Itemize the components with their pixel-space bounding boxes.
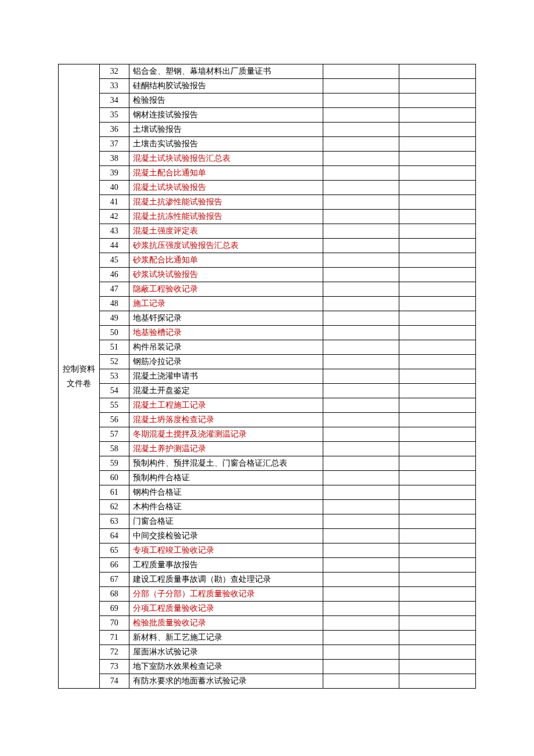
row-description: 有防水要求的地面蓄水试验记录 bbox=[129, 674, 323, 689]
blank-cell bbox=[399, 239, 476, 253]
blank-cell bbox=[399, 485, 476, 500]
blank-cell bbox=[323, 311, 399, 326]
row-description: 地基验槽记录 bbox=[129, 326, 323, 340]
row-number: 41 bbox=[99, 195, 129, 210]
blank-cell bbox=[399, 587, 476, 602]
table-row: 37土壤击实试验报告 bbox=[59, 137, 476, 152]
row-description: 硅酮结构胶试验报告 bbox=[129, 79, 323, 93]
table-body: 控制资料文件卷32铝合金、塑钢、幕墙材料出厂质量证书33硅酮结构胶试验报告34检… bbox=[59, 64, 476, 689]
blank-cell bbox=[323, 398, 399, 413]
table-row: 41混凝土抗渗性能试验报告 bbox=[59, 195, 476, 210]
blank-cell bbox=[399, 500, 476, 514]
blank-cell bbox=[323, 660, 399, 674]
blank-cell bbox=[323, 631, 399, 645]
row-number: 55 bbox=[99, 398, 129, 413]
row-number: 50 bbox=[99, 326, 129, 340]
table-row: 64中间交接检验记录 bbox=[59, 529, 476, 543]
blank-cell bbox=[399, 79, 476, 93]
blank-cell bbox=[323, 326, 399, 340]
row-number: 32 bbox=[99, 64, 129, 79]
blank-cell bbox=[323, 456, 399, 471]
table-row: 72屋面淋水试验记录 bbox=[59, 645, 476, 660]
row-description: 混凝土抗渗性能试验报告 bbox=[129, 195, 323, 210]
table-row: 53混凝土浇灌申请书 bbox=[59, 369, 476, 384]
document-table: 控制资料文件卷32铝合金、塑钢、幕墙材料出厂质量证书33硅酮结构胶试验报告34检… bbox=[58, 64, 476, 689]
table-row: 36土壤试验报告 bbox=[59, 123, 476, 137]
table-row: 39混凝土配合比通知单 bbox=[59, 166, 476, 181]
row-description: 预制构件合格证 bbox=[129, 471, 323, 485]
table-row: 59预制构件、预拌混凝土、门窗合格证汇总表 bbox=[59, 456, 476, 471]
row-number: 44 bbox=[99, 239, 129, 253]
row-number: 72 bbox=[99, 645, 129, 660]
row-number: 48 bbox=[99, 297, 129, 311]
row-number: 36 bbox=[99, 123, 129, 137]
blank-cell bbox=[399, 166, 476, 181]
blank-cell bbox=[323, 64, 399, 79]
row-number: 37 bbox=[99, 137, 129, 152]
blank-cell bbox=[323, 123, 399, 137]
row-number: 47 bbox=[99, 282, 129, 297]
row-description: 铝合金、塑钢、幕墙材料出厂质量证书 bbox=[129, 64, 323, 79]
table-row: 35钢材连接试验报告 bbox=[59, 108, 476, 123]
blank-cell bbox=[399, 674, 476, 689]
table-row: 47隐蔽工程验收记录 bbox=[59, 282, 476, 297]
row-description: 分项工程质量验收记录 bbox=[129, 602, 323, 616]
row-description: 中间交接检验记录 bbox=[129, 529, 323, 543]
row-description: 钢构件合格证 bbox=[129, 485, 323, 500]
row-description: 冬期混凝土搅拌及浇灌测温记录 bbox=[129, 427, 323, 442]
blank-cell bbox=[399, 282, 476, 297]
blank-cell bbox=[323, 166, 399, 181]
blank-cell bbox=[323, 485, 399, 500]
row-description: 土壤击实试验报告 bbox=[129, 137, 323, 152]
row-number: 54 bbox=[99, 384, 129, 398]
row-number: 60 bbox=[99, 471, 129, 485]
table-row: 70检验批质量验收记录 bbox=[59, 616, 476, 631]
row-number: 71 bbox=[99, 631, 129, 645]
blank-cell bbox=[323, 674, 399, 689]
table-row: 57冬期混凝土搅拌及浇灌测温记录 bbox=[59, 427, 476, 442]
table-row: 44砂浆抗压强度试验报告汇总表 bbox=[59, 239, 476, 253]
row-description: 混凝土试块试验报告 bbox=[129, 181, 323, 195]
blank-cell bbox=[323, 108, 399, 123]
blank-cell bbox=[323, 602, 399, 616]
row-number: 43 bbox=[99, 224, 129, 239]
row-description: 门窗合格证 bbox=[129, 514, 323, 529]
blank-cell bbox=[323, 195, 399, 210]
blank-cell bbox=[399, 210, 476, 224]
row-description: 专项工程竣工验收记录 bbox=[129, 543, 323, 558]
table-row: 73地下室防水效果检查记录 bbox=[59, 660, 476, 674]
blank-cell bbox=[399, 224, 476, 239]
table-row: 48施工记录 bbox=[59, 297, 476, 311]
row-description: 分部（子分部）工程质量验收记录 bbox=[129, 587, 323, 602]
row-description: 混凝土开盘鉴定 bbox=[129, 384, 323, 398]
blank-cell bbox=[323, 427, 399, 442]
row-number: 59 bbox=[99, 456, 129, 471]
row-description: 混凝土强度评定表 bbox=[129, 224, 323, 239]
table-row: 54混凝土开盘鉴定 bbox=[59, 384, 476, 398]
blank-cell bbox=[323, 79, 399, 93]
table-row: 74有防水要求的地面蓄水试验记录 bbox=[59, 674, 476, 689]
blank-cell bbox=[323, 514, 399, 529]
blank-cell bbox=[399, 137, 476, 152]
row-description: 砂浆配合比通知单 bbox=[129, 253, 323, 268]
blank-cell bbox=[323, 181, 399, 195]
blank-cell bbox=[323, 93, 399, 108]
blank-cell bbox=[323, 616, 399, 631]
blank-cell bbox=[399, 340, 476, 355]
row-description: 混凝土坍落度检查记录 bbox=[129, 413, 323, 427]
row-number: 65 bbox=[99, 543, 129, 558]
blank-cell bbox=[399, 413, 476, 427]
row-description: 混凝土工程施工记录 bbox=[129, 398, 323, 413]
blank-cell bbox=[323, 297, 399, 311]
table-row: 45砂浆配合比通知单 bbox=[59, 253, 476, 268]
table-row: 40混凝土试块试验报告 bbox=[59, 181, 476, 195]
row-number: 46 bbox=[99, 268, 129, 282]
blank-cell bbox=[323, 268, 399, 282]
row-number: 74 bbox=[99, 674, 129, 689]
row-number: 63 bbox=[99, 514, 129, 529]
blank-cell bbox=[399, 152, 476, 166]
blank-cell bbox=[399, 398, 476, 413]
row-description: 检验批质量验收记录 bbox=[129, 616, 323, 631]
table-row: 51构件吊装记录 bbox=[59, 340, 476, 355]
row-number: 51 bbox=[99, 340, 129, 355]
